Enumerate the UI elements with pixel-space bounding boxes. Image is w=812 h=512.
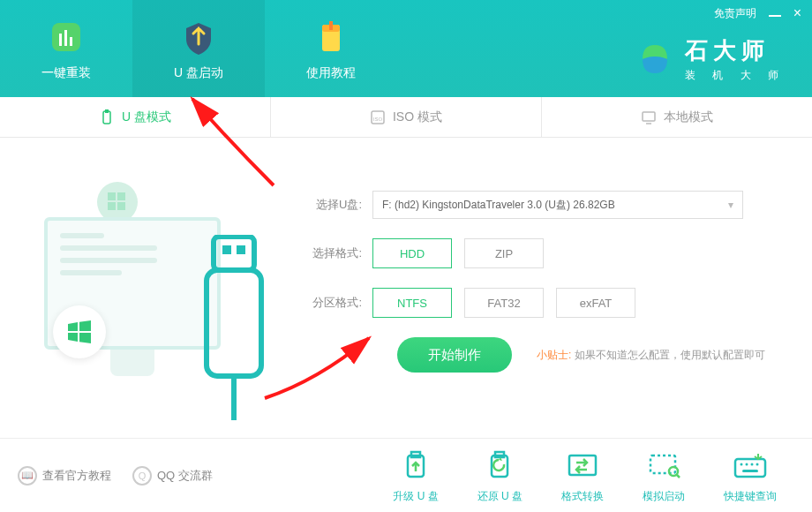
- tool-label: 还原 U 盘: [477, 489, 523, 504]
- usb-shield-icon: [177, 16, 220, 58]
- brand-logo-icon: [634, 38, 676, 80]
- bottom-tools: 升级 U 盘 还原 U 盘 格式转换 模拟启动 快捷键查询: [393, 447, 777, 504]
- disclaimer-link[interactable]: 免责声明: [714, 6, 756, 21]
- svg-point-35: [741, 463, 743, 466]
- mode-tabs: U 盘模式 ISO ISO 模式 本地模式: [0, 97, 812, 138]
- row-select-udisk: 选择U盘: F: (hd2) KingstonDataTraveler 3.0 …: [300, 191, 786, 219]
- minimize-button[interactable]: [769, 15, 781, 17]
- opt-exfat[interactable]: exFAT: [556, 288, 635, 318]
- svg-rect-17: [60, 233, 104, 238]
- svg-rect-30: [569, 456, 596, 475]
- format-options: HDD ZIP: [372, 238, 544, 268]
- svg-rect-22: [222, 245, 231, 254]
- tip-body: 如果不知道怎么配置，使用默认配置即可: [571, 349, 764, 361]
- svg-point-36: [746, 463, 748, 466]
- svg-line-33: [676, 474, 680, 478]
- svg-point-37: [751, 463, 754, 466]
- convert-icon: [564, 447, 601, 484]
- iso-tab-icon: ISO: [370, 109, 386, 125]
- udisk-label: 选择U盘:: [300, 197, 362, 213]
- svg-rect-6: [329, 21, 333, 30]
- tool-upgrade-udisk[interactable]: 升级 U 盘: [393, 447, 438, 504]
- link-label: QQ 交流群: [157, 468, 213, 484]
- tab-label: ISO 模式: [393, 109, 442, 125]
- tool-format-convert[interactable]: 格式转换: [561, 447, 604, 504]
- tool-label: 模拟启动: [643, 489, 685, 504]
- opt-fat32[interactable]: FAT32: [464, 288, 544, 318]
- svg-rect-14: [117, 192, 125, 200]
- main-content: 选择U盘: F: (hd2) KingstonDataTraveler 3.0 …: [0, 138, 812, 438]
- udisk-select[interactable]: F: (hd2) KingstonDataTraveler 3.0 (U盘) 2…: [372, 191, 743, 219]
- svg-rect-15: [108, 202, 116, 210]
- nav-usb-boot[interactable]: U 盘启动: [132, 0, 265, 97]
- svg-rect-3: [70, 37, 72, 46]
- nav-label: U 盘启动: [174, 65, 223, 81]
- close-button[interactable]: ×: [793, 5, 801, 21]
- nav-label: 使用教程: [306, 65, 356, 81]
- tab-label: 本地模式: [664, 109, 713, 125]
- bottom-bar: 📖 查看官方教程 Q QQ 交流群 升级 U 盘 还原 U 盘 格式转换 模拟启…: [0, 438, 812, 512]
- windows-logo-icon: [53, 305, 106, 358]
- link-label: 查看官方教程: [42, 468, 111, 484]
- svg-rect-19: [60, 258, 157, 263]
- bottom-links: 📖 查看官方教程 Q QQ 交流群: [18, 466, 213, 486]
- udisk-value: F: (hd2) KingstonDataTraveler 3.0 (U盘) 2…: [382, 198, 615, 213]
- svg-rect-2: [64, 30, 67, 46]
- svg-rect-23: [237, 245, 245, 254]
- svg-rect-21: [214, 237, 254, 270]
- partition-label: 分区格式:: [300, 295, 362, 311]
- tip-text: 小贴士: 如果不知道怎么配置，使用默认配置即可: [537, 348, 765, 363]
- row-select-format: 选择格式: HDD ZIP: [300, 238, 786, 268]
- usb-tab-icon: [99, 109, 115, 125]
- tab-iso-mode[interactable]: ISO ISO 模式: [271, 97, 542, 137]
- simulate-icon: [645, 447, 682, 484]
- tool-simulate-boot[interactable]: 模拟启动: [643, 447, 685, 504]
- nav-reinstall[interactable]: 一键重装: [0, 0, 132, 97]
- tool-hotkey-query[interactable]: 快捷键查询: [724, 447, 777, 504]
- illustration: [26, 164, 265, 411]
- svg-rect-16: [117, 202, 125, 210]
- monitor-stand: [110, 350, 154, 376]
- tab-label: U 盘模式: [122, 109, 171, 125]
- annotation-arrow-icon: [256, 328, 380, 407]
- restore-icon: [481, 447, 518, 484]
- brand-subtitle: 装 机 大 师: [685, 68, 786, 83]
- nav-label: 一键重装: [41, 65, 91, 81]
- svg-rect-13: [108, 192, 116, 200]
- book-circle-icon: 📖: [18, 466, 37, 486]
- svg-rect-7: [103, 111, 110, 124]
- opt-hdd[interactable]: HDD: [372, 238, 452, 268]
- chevron-down-icon: ▾: [728, 199, 733, 211]
- svg-rect-18: [60, 245, 157, 251]
- main-nav: 一键重装 U 盘启动 使用教程: [0, 0, 397, 97]
- opt-zip[interactable]: ZIP: [464, 238, 544, 268]
- svg-point-38: [756, 463, 759, 466]
- nav-tutorial[interactable]: 使用教程: [265, 0, 397, 97]
- book-icon: [310, 16, 352, 58]
- tool-label: 格式转换: [561, 489, 604, 504]
- opt-ntfs[interactable]: NTFS: [372, 288, 452, 318]
- qq-circle-icon: Q: [132, 466, 152, 486]
- svg-rect-34: [735, 459, 765, 477]
- link-official-tutorial[interactable]: 📖 查看官方教程: [18, 466, 111, 486]
- format-label: 选择格式:: [300, 245, 362, 261]
- tab-local-mode[interactable]: 本地模式: [542, 97, 812, 137]
- link-qq-group[interactable]: Q QQ 交流群: [132, 466, 213, 486]
- svg-rect-39: [742, 470, 758, 472]
- start-create-button[interactable]: 开始制作: [397, 337, 512, 373]
- brand-text: 石大师 装 机 大 师: [685, 35, 786, 83]
- partition-options: NTFS FAT32 exFAT: [372, 288, 635, 318]
- tool-label: 升级 U 盘: [393, 489, 438, 504]
- svg-rect-11: [643, 112, 655, 121]
- upgrade-icon: [397, 447, 434, 484]
- svg-rect-1: [59, 34, 62, 46]
- keyboard-icon: [732, 447, 769, 484]
- svg-rect-24: [207, 270, 261, 376]
- annotation-arrow-icon: [177, 88, 282, 194]
- tool-restore-udisk[interactable]: 还原 U 盘: [477, 447, 523, 504]
- brand: 石大师 装 机 大 师: [634, 35, 786, 83]
- tip-label: 小贴士:: [537, 349, 571, 361]
- monitor-tab-icon: [641, 109, 657, 125]
- svg-rect-8: [105, 109, 109, 113]
- svg-rect-31: [650, 456, 675, 473]
